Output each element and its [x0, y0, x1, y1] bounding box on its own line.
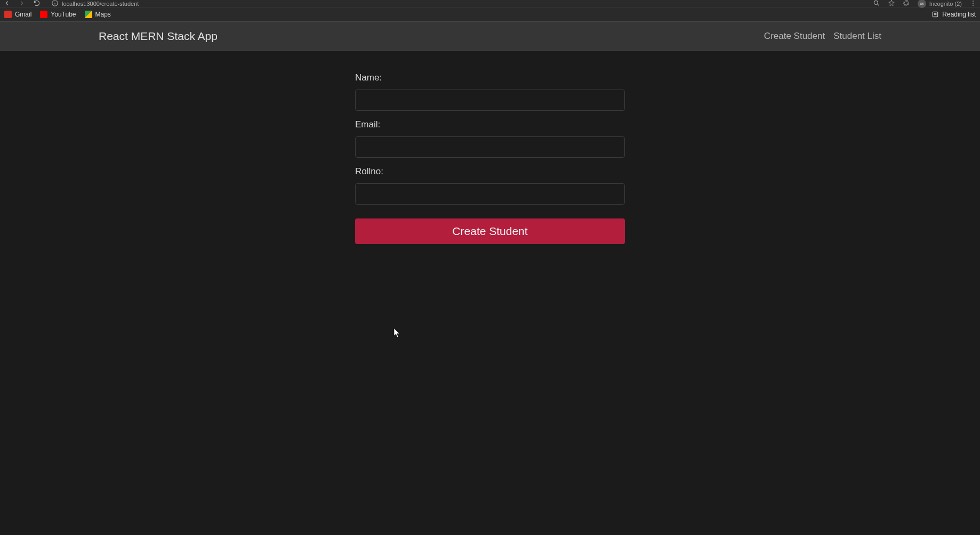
rollno-input[interactable]	[355, 183, 625, 205]
zoom-icon[interactable]	[873, 0, 880, 8]
maps-icon	[85, 11, 92, 18]
bookmark-maps[interactable]: Maps	[85, 11, 111, 18]
menu-icon[interactable]	[969, 0, 977, 8]
bookmark-label: YouTube	[51, 11, 76, 18]
incognito-badge[interactable]: Incognito (2)	[918, 0, 962, 8]
svg-point-6	[922, 3, 923, 5]
back-icon[interactable]	[3, 0, 11, 8]
reload-icon[interactable]	[33, 0, 41, 8]
star-icon[interactable]	[888, 0, 895, 8]
forward-icon[interactable]	[18, 0, 26, 8]
email-label: Email:	[355, 119, 625, 130]
email-input[interactable]	[355, 136, 625, 158]
extensions-icon[interactable]	[903, 0, 910, 8]
svg-point-3	[874, 1, 878, 4]
bookmark-label: Maps	[95, 11, 111, 18]
name-input[interactable]	[355, 90, 625, 111]
reading-list-icon	[931, 11, 939, 18]
reading-list-label: Reading list	[942, 11, 976, 18]
svg-point-9	[973, 5, 974, 6]
gmail-icon	[4, 11, 12, 18]
bookmarks-bar: Gmail YouTube Maps Reading list	[0, 7, 980, 21]
bookmark-label: Gmail	[15, 11, 31, 18]
app-navbar: React MERN Stack App Create Student Stud…	[0, 21, 980, 51]
reading-list[interactable]: Reading list	[931, 11, 976, 18]
cursor-icon	[393, 328, 401, 340]
page-content: Name: Email: Rollno: Create Student	[0, 51, 980, 535]
rollno-label: Rollno:	[355, 166, 625, 177]
address-bar-url[interactable]: localhost:3000/create-student	[62, 1, 139, 7]
brand-title[interactable]: React MERN Stack App	[99, 30, 218, 43]
create-student-form: Name: Email: Rollno: Create Student	[355, 72, 625, 244]
svg-line-4	[878, 4, 879, 5]
svg-point-8	[973, 3, 974, 4]
name-label: Name:	[355, 72, 625, 83]
nav-link-student-list[interactable]: Student List	[833, 31, 881, 42]
svg-point-5	[920, 3, 922, 5]
incognito-label: Incognito (2)	[929, 1, 962, 7]
youtube-icon	[40, 11, 47, 18]
bookmark-gmail[interactable]: Gmail	[4, 11, 31, 18]
site-info-icon[interactable]	[51, 0, 59, 8]
browser-toolbar: localhost:3000/create-student Incognito …	[0, 0, 980, 7]
bookmark-youtube[interactable]: YouTube	[40, 11, 76, 18]
incognito-icon	[918, 0, 926, 8]
svg-point-7	[973, 0, 974, 1]
create-student-button[interactable]: Create Student	[355, 218, 625, 244]
nav-link-create-student[interactable]: Create Student	[764, 31, 825, 42]
